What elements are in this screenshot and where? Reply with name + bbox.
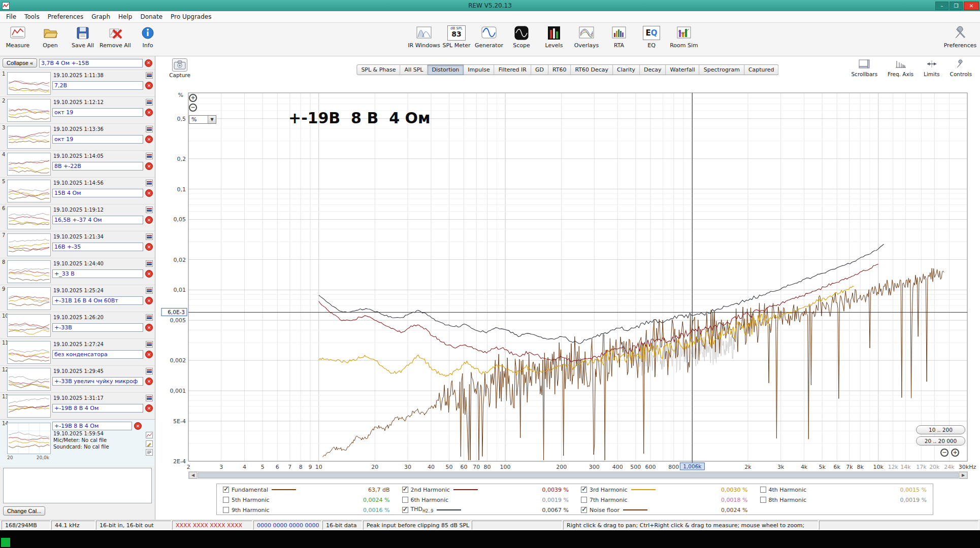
tab-decay[interactable]: Decay	[640, 64, 666, 75]
ir-windows-button[interactable]: IR Windows	[409, 25, 439, 49]
measurement-name-input[interactable]	[52, 189, 143, 197]
delete-measurement-button[interactable]: ✕	[145, 243, 153, 251]
measurement-name-input[interactable]	[52, 269, 143, 278]
measurement-graph-icon[interactable]	[146, 72, 153, 79]
scroll-left-icon[interactable]: ◀	[189, 472, 197, 478]
measurement-graph-icon[interactable]	[146, 233, 153, 240]
measurement-name-input[interactable]	[52, 162, 143, 170]
tab-gd[interactable]: GD	[531, 64, 548, 75]
trace-settings-icon[interactable]	[146, 432, 153, 438]
measurement-notes-box[interactable]	[3, 468, 152, 503]
measurement-graph-icon[interactable]	[146, 153, 153, 159]
measurement-thumbnail[interactable]	[7, 207, 51, 229]
delete-measurement-button[interactable]: ✕	[145, 82, 153, 89]
collapse-button[interactable]: Collapse «	[3, 58, 37, 67]
open-button[interactable]: Open	[36, 25, 65, 49]
notes-icon[interactable]	[146, 449, 153, 456]
measurement-name-input[interactable]	[39, 59, 143, 67]
measurement-graph-icon[interactable]	[146, 260, 153, 267]
measurement-name-input[interactable]	[52, 81, 143, 90]
legend-checkbox[interactable]	[581, 497, 587, 503]
measurement-thumbnail[interactable]	[7, 395, 51, 418]
scrollbars-button[interactable]: Scrollbars	[851, 59, 877, 77]
measurement-graph-icon[interactable]	[146, 126, 153, 132]
tab-spectrogram[interactable]: Spectrogram	[700, 64, 744, 75]
zoom-out-icon[interactable]: −	[940, 449, 949, 457]
scope-button[interactable]: Scope	[507, 25, 536, 49]
delete-measurement-button[interactable]: ✕	[145, 216, 153, 224]
distortion-plot[interactable]: 2345678910203040506070801002003004005006…	[155, 89, 980, 470]
generator-button[interactable]: Generator	[474, 25, 504, 49]
taskbar-icon[interactable]	[1, 538, 10, 547]
legend-checkbox[interactable]	[581, 507, 587, 513]
plot-horizontal-scrollbar[interactable]: ◀ ▶	[188, 471, 968, 479]
measurement-name-input[interactable]	[52, 323, 143, 332]
menu-file[interactable]: File	[2, 12, 20, 22]
tab-clarity[interactable]: Clarity	[613, 64, 640, 75]
controls-button[interactable]: Controls	[950, 59, 972, 77]
measurement-name-input[interactable]	[52, 296, 143, 305]
measurement-thumbnail[interactable]	[7, 423, 51, 454]
measurement-thumbnail[interactable]	[7, 233, 51, 256]
legend-checkbox[interactable]	[581, 487, 587, 493]
measurement-graph-icon[interactable]	[146, 207, 153, 213]
overlays-button[interactable]: Overlays	[572, 25, 601, 49]
measurement-graph-icon[interactable]	[146, 368, 153, 374]
remove-all-button[interactable]: Remove All	[101, 25, 130, 49]
minimize-button[interactable]: –	[935, 2, 949, 10]
capture-button[interactable]: Capture	[168, 58, 192, 78]
menu-pro-upgrades[interactable]: Pro Upgrades	[167, 12, 215, 22]
delete-measurement-button[interactable]: ✕	[145, 162, 153, 170]
spl-meter-button[interactable]: dB SPL83 SPL Meter	[442, 25, 471, 49]
zoom-in-y-icon[interactable]: +	[189, 94, 197, 102]
measurement-thumbnail[interactable]	[7, 341, 51, 364]
measurement-name-input[interactable]	[52, 350, 143, 359]
scrollbar-thumb[interactable]	[198, 472, 959, 478]
y-unit-select[interactable]: % ▼	[189, 115, 216, 124]
limits-button[interactable]: Limits	[924, 59, 940, 77]
delete-measurement-button[interactable]: ✕	[145, 59, 152, 67]
delete-measurement-button[interactable]: ✕	[145, 109, 153, 116]
legend-checkbox[interactable]	[402, 507, 408, 513]
legend-checkbox[interactable]	[402, 487, 408, 493]
scroll-right-icon[interactable]: ▶	[959, 472, 967, 478]
tab-rt60-decay[interactable]: RT60 Decay	[571, 64, 613, 75]
save-all-button[interactable]: Save All	[68, 25, 97, 49]
eq-button[interactable]: EQ EQ	[637, 25, 666, 49]
freq-axis-button[interactable]: Freq. Axis	[888, 59, 913, 77]
measurement-thumbnail[interactable]	[7, 368, 51, 391]
tab-all-spl[interactable]: All SPL	[401, 64, 428, 75]
measurement-thumbnail[interactable]	[7, 180, 51, 202]
measurement-name-input[interactable]	[52, 216, 143, 224]
menu-graph[interactable]: Graph	[87, 12, 114, 22]
tab-waterfall[interactable]: Waterfall	[666, 64, 700, 75]
measurement-thumbnail[interactable]	[7, 287, 51, 310]
info-button[interactable]: Info	[133, 25, 162, 49]
menu-tools[interactable]: Tools	[20, 12, 44, 22]
menu-help[interactable]: Help	[114, 12, 136, 22]
legend-checkbox[interactable]	[223, 487, 229, 493]
measurement-name-input[interactable]	[52, 404, 143, 413]
delete-measurement-button[interactable]: ✕	[145, 378, 153, 385]
measurement-graph-icon[interactable]	[146, 180, 153, 186]
measurement-name-input[interactable]	[52, 135, 143, 144]
measurement-graph-icon[interactable]	[146, 314, 153, 321]
delete-measurement-button[interactable]: ✕	[145, 297, 153, 304]
range-20-20000-button[interactable]: 20 .. 20 000	[916, 436, 965, 446]
tab-distortion[interactable]: Distortion	[428, 64, 464, 75]
measurement-name-input[interactable]	[52, 243, 143, 251]
measurement-name-input[interactable]	[52, 377, 143, 386]
room-sim-button[interactable]: Room Sim	[669, 25, 699, 49]
tab-impulse[interactable]: Impulse	[464, 64, 494, 75]
measurement-thumbnail[interactable]	[7, 126, 51, 149]
measurement-thumbnail[interactable]	[7, 99, 51, 122]
legend-checkbox[interactable]	[223, 497, 229, 503]
measurement-thumbnail[interactable]	[7, 153, 51, 176]
measurement-thumbnail[interactable]	[7, 72, 51, 95]
measurement-name-input[interactable]	[52, 108, 143, 117]
measurement-name-input[interactable]	[52, 422, 132, 430]
measurement-graph-icon[interactable]	[146, 395, 153, 401]
tab-filtered-ir[interactable]: Filtered IR	[495, 64, 531, 75]
preferences-button[interactable]: Preferences	[945, 25, 975, 49]
rta-button[interactable]: RTA	[604, 25, 634, 49]
